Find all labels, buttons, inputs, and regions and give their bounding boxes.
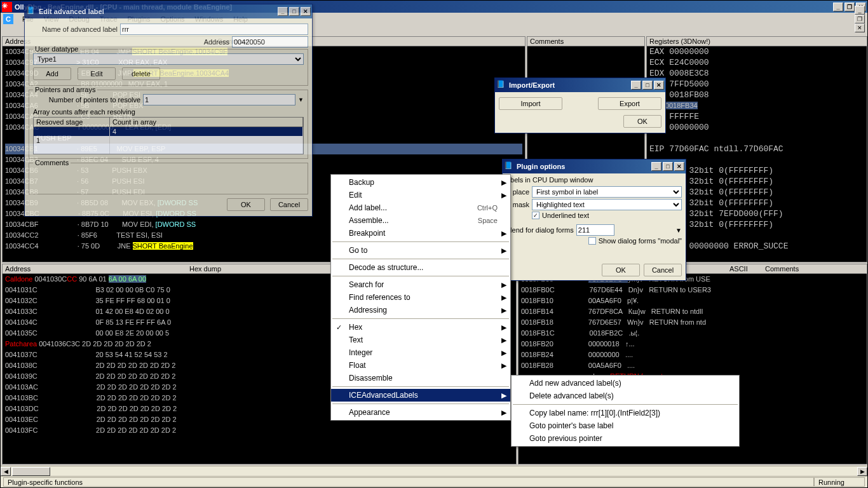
plugin-options-dialog: 📘 Plugin options _ □ ✕ abels in CPU Dump…	[502, 159, 686, 281]
ctx-item[interactable]: Addressing▶	[331, 304, 510, 316]
mdi-minimize-button[interactable]: _	[855, 6, 865, 15]
submenu-item[interactable]: Add new advanced label(s)	[512, 377, 739, 390]
array-label: Array counts after each resolving	[33, 108, 304, 116]
ptrs-label: Number of pointers to resolve	[33, 96, 140, 104]
plugin-close-button[interactable]: ✕	[674, 162, 684, 171]
datatype-legend: User datatype	[33, 45, 80, 53]
mdi-close-button[interactable]: ✕	[855, 24, 865, 32]
datatype-edit-button[interactable]: Edit	[78, 67, 116, 80]
plugin-min-button[interactable]: _	[651, 162, 661, 171]
ctx-item[interactable]: Disassemble	[331, 372, 510, 384]
import-export-title: Import/Export	[509, 81, 631, 89]
blend-stepper-icon[interactable]: ▼	[675, 227, 682, 234]
status-left: Plugin-specific functions	[3, 477, 814, 487]
datatype-select[interactable]: Type1	[33, 53, 304, 65]
plugin-section-label: abels in CPU Dump window	[506, 176, 682, 184]
import-ok-button[interactable]: OK	[623, 115, 661, 128]
ptrs-legend: Pointers and arrays	[33, 86, 97, 93]
statusbar: Plugin-specific functions Running	[1, 476, 867, 487]
plugin-title: Plugin options	[517, 163, 651, 170]
edit-ok-button[interactable]: OK	[227, 198, 265, 211]
grid-row[interactable]: 1	[34, 136, 303, 145]
context-menu[interactable]: Backup▶Edit▶Add label...Ctrl+QAssemble..…	[330, 174, 511, 421]
status-right: Running	[814, 477, 865, 487]
import-export-dialog: 📘 Import/Export _ □ ✕ Import Export OK	[494, 78, 666, 133]
edit-dialog-icon: 📘	[26, 6, 36, 17]
registers-header[interactable]: Registers (3DNow!)	[647, 37, 867, 46]
blend-label: blend for dialog forms	[506, 226, 574, 234]
plugin-ok-button[interactable]: OK	[602, 264, 640, 276]
comments-header[interactable]: Comments	[527, 37, 644, 46]
import-button[interactable]: Import	[499, 97, 562, 110]
ctx-item[interactable]: Edit▶	[331, 189, 510, 201]
stack-col-ascii[interactable]: ASCII	[727, 264, 763, 274]
address-input[interactable]	[232, 36, 308, 48]
ctx-item[interactable]: Decode as structure...	[331, 261, 510, 274]
ctx-item[interactable]: ✓Hex▶	[331, 321, 510, 334]
maximize-button[interactable]: ❐	[844, 3, 855, 11]
name-input[interactable]	[120, 24, 308, 35]
import-min-button[interactable]: _	[631, 81, 641, 90]
ctx-item[interactable]: Integer▶	[331, 346, 510, 359]
export-button[interactable]: Export	[598, 97, 661, 110]
mask-select[interactable]: Highlighted text	[532, 199, 682, 210]
dump-col-address[interactable]: Address	[3, 264, 187, 274]
modal-checkbox[interactable]: Show dialog forms "modal"	[588, 237, 682, 245]
edit-max-button[interactable]: □	[289, 7, 299, 16]
horizontal-scrollbar[interactable]: ◀ ▶	[1, 466, 867, 476]
ctx-item[interactable]: Find references to▶	[331, 291, 510, 304]
import-close-button[interactable]: ✕	[654, 81, 664, 90]
submenu-item[interactable]: Copy label name: rrr[1][0].(IntField2[3]…	[512, 407, 739, 419]
grid-row-selected[interactable]: 4	[34, 127, 303, 136]
submenu-item[interactable]: Goto pointer's base label	[512, 419, 739, 432]
grid-col1[interactable]: Resoved stage	[34, 118, 110, 126]
submenu[interactable]: Add new advanced label(s)Delete advanced…	[511, 375, 740, 447]
ctx-item[interactable]: Go to▶	[331, 244, 510, 257]
ptrs-input[interactable]	[143, 94, 295, 105]
plugin-cancel-button[interactable]: Cancel	[644, 264, 682, 276]
datatype-add-button[interactable]: Add	[33, 67, 71, 80]
blend-input[interactable]	[576, 224, 614, 236]
address-label: Address	[140, 38, 229, 46]
edit-min-button[interactable]: _	[278, 7, 288, 16]
ctx-item[interactable]: Assemble...Space	[331, 214, 510, 227]
grid-col2[interactable]: Count in array	[110, 118, 303, 126]
datatype-delete-button[interactable]: delete	[122, 67, 160, 80]
ptrs-stepper-icon[interactable]: ▼	[298, 97, 304, 103]
ctx-item[interactable]: Text▶	[331, 334, 510, 346]
ctx-item[interactable]: Breakpoint▶	[331, 227, 510, 240]
scroll-thumb[interactable]	[12, 467, 50, 476]
grid-row-empty[interactable]	[34, 145, 303, 154]
array-grid[interactable]: 4 1	[33, 127, 304, 154]
app-icon: ✳	[2, 2, 12, 12]
scroll-right-icon[interactable]: ▶	[857, 467, 867, 476]
edit-cancel-button[interactable]: Cancel	[270, 198, 308, 211]
tool-icon[interactable]: C	[3, 14, 13, 24]
ctx-item[interactable]: Search for▶	[331, 278, 510, 291]
minimize-button[interactable]: _	[833, 3, 843, 11]
scroll-left-icon[interactable]: ◀	[1, 467, 11, 476]
place-select[interactable]: First symbol in label	[532, 186, 682, 198]
stack-col-comments[interactable]: Comments	[763, 264, 867, 274]
import-max-button[interactable]: □	[642, 81, 653, 90]
edit-title: Edit advanced label	[39, 8, 278, 15]
edit-label-dialog: 📘 Edit advanced label _ □ ✕ Name of adva…	[24, 4, 313, 217]
comments-legend: Comments	[33, 159, 71, 166]
plugin-dialog-icon: 📘	[504, 161, 514, 172]
underline-checkbox[interactable]: ✓Underlined text	[532, 212, 589, 219]
submenu-item[interactable]: Goto previous pointer	[512, 432, 739, 445]
mdi-restore-button[interactable]: ❐	[855, 15, 865, 24]
edit-close-button[interactable]: ✕	[301, 7, 311, 16]
ctx-item[interactable]: Add label...Ctrl+Q	[331, 201, 510, 214]
ctx-item[interactable]: Appearance▶	[331, 406, 510, 419]
ctx-item[interactable]: Float▶	[331, 359, 510, 372]
ctx-item[interactable]: ICEAdvancedLabels▶	[331, 389, 510, 402]
dialog-icon: 📘	[496, 80, 506, 90]
name-label: Name of advanced label	[29, 25, 118, 33]
submenu-item[interactable]: Delete advanced label(s)	[512, 390, 739, 402]
plugin-max-button[interactable]: □	[663, 162, 673, 171]
ctx-item[interactable]: Backup▶	[331, 176, 510, 189]
